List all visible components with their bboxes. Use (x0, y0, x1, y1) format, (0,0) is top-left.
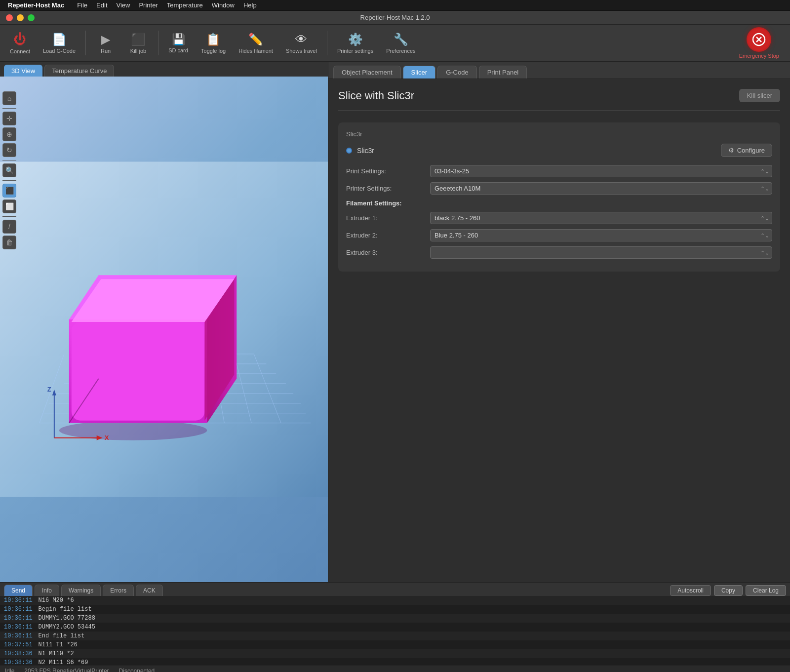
log-line: 10:36:11Begin file list (0, 605, 790, 614)
tab-gcode[interactable]: G-Code (437, 66, 477, 79)
log-text: N1 M110 *2 (39, 650, 74, 657)
log-tab-errors[interactable]: Errors (103, 585, 134, 596)
preferences-icon: 🔧 (394, 33, 408, 46)
log-text: End file list (39, 632, 85, 639)
emergency-stop-icon (747, 27, 771, 52)
tab-print-panel[interactable]: Print Panel (479, 66, 527, 79)
log-tab-ack[interactable]: ACK (136, 585, 163, 596)
preferences-button[interactable]: 🔧 Preferences (381, 31, 420, 56)
hides-filament-button[interactable]: ✏️ Hides filament (234, 31, 278, 56)
lt-sep-3 (2, 180, 16, 181)
hides-filament-icon: ✏️ (248, 33, 263, 46)
preferences-label: Preferences (386, 48, 415, 54)
load-gcode-button[interactable]: 📄 Load G-Code (38, 31, 80, 56)
svg-text:X: X (105, 434, 109, 441)
delete-button[interactable]: 🗑 (2, 236, 16, 249)
tab-temperature-curve[interactable]: Temperature Curve (44, 65, 114, 77)
tab-slicer[interactable]: Slicer (403, 66, 436, 79)
rotate-button[interactable]: ↻ (2, 143, 16, 157)
configure-button[interactable]: ⚙ Configure (721, 144, 772, 157)
maximize-button[interactable] (28, 14, 35, 21)
tab-3d-view[interactable]: 3D View (4, 65, 42, 77)
toggle-log-button[interactable]: 📋 Toggle log (196, 31, 231, 56)
view-cube-button[interactable]: ⬛ (2, 184, 16, 198)
toolbar-sep-1 (85, 31, 86, 55)
autoscroll-button[interactable]: Autoscroll (670, 585, 711, 596)
log-line: 10:38:36N2 M111 S6 *69 (0, 658, 790, 665)
menu-view[interactable]: View (113, 0, 134, 10)
shows-travel-label: Shows travel (286, 48, 317, 54)
toolbar-sep-3 (327, 31, 327, 55)
extruder1-label: Extruder 1: (346, 214, 425, 222)
emergency-stop-button[interactable]: Emergency Stop (733, 25, 785, 61)
printer-settings-button[interactable]: ⚙️ Printer settings (332, 31, 378, 56)
wireframe-button[interactable]: ⬜ (2, 199, 16, 213)
zoom-out-button[interactable]: 🔍 (2, 163, 16, 177)
log-text: N111 T1 *26 (39, 641, 78, 648)
printer-settings-row: Printer Settings: Geeetech A10M ⌃⌄ (346, 182, 772, 195)
log-line: 10:36:11DUMMY2.GCO 53445 (0, 623, 790, 632)
print-settings-label: Print Settings: (346, 167, 425, 175)
extruder3-row: Extruder 3: ⌃⌄ (346, 246, 772, 259)
tab-object-placement[interactable]: Object Placement (333, 66, 401, 79)
status-bar: Idle 2053 FPS RepetierVirtualPrinter Dis… (0, 665, 790, 672)
menu-help[interactable]: Help (239, 0, 261, 10)
view-tabs: 3D View Temperature Curve (0, 62, 328, 77)
log-tab-warnings[interactable]: Warnings (61, 585, 101, 596)
slicer-header: Slice with Slic3r Kill slicer (338, 89, 780, 111)
log-time: 10:36:11 (4, 624, 33, 631)
printer-settings-label: Printer Settings: (346, 185, 425, 192)
edit-button[interactable]: / (2, 220, 16, 234)
log-text: Begin file list (39, 606, 92, 613)
menu-file[interactable]: File (73, 0, 91, 10)
log-tab-send[interactable]: Send (4, 585, 33, 596)
log-tabs-bar: Send Info Warnings Errors ACK Autoscroll… (0, 582, 790, 596)
log-line: 10:36:11N16 M20 *6 (0, 596, 790, 605)
kill-slicer-button[interactable]: Kill slicer (739, 89, 780, 102)
extruder2-select[interactable]: Blue 2.75 - 260 (430, 229, 772, 241)
connect-button[interactable]: ⏻ Connect (5, 30, 35, 56)
minimize-button[interactable] (17, 14, 24, 21)
toggle-log-label: Toggle log (201, 48, 226, 54)
slic3r-selector: Slic3r ⚙ Configure (346, 144, 772, 157)
menu-printer[interactable]: Printer (135, 0, 161, 10)
extruder3-select[interactable] (430, 246, 772, 259)
extruder1-select[interactable]: black 2.75 - 260 (430, 212, 772, 224)
slicer-title: Slice with Slic3r (338, 89, 414, 102)
log-tab-info[interactable]: Info (35, 585, 59, 596)
menu-window[interactable]: Window (208, 0, 238, 10)
copy-button[interactable]: Copy (714, 585, 743, 596)
printer-settings-select[interactable]: Geeetech A10M (430, 182, 772, 195)
clear-log-button[interactable]: Clear Log (746, 585, 786, 596)
printer-settings-icon: ⚙️ (348, 33, 363, 46)
right-panel: Object Placement Slicer G-Code Print Pan… (328, 62, 790, 582)
main-content: 3D View Temperature Curve (0, 62, 790, 582)
window-title: Repetier-Host Mac 1.2.0 (360, 14, 430, 21)
load-gcode-icon: 📄 (52, 33, 67, 46)
print-settings-select[interactable]: 03-04-3s-25 (430, 165, 772, 177)
move-button[interactable]: ✛ (2, 112, 16, 125)
titlebar: Repetier-Host Mac 1.2.0 (0, 11, 790, 25)
extruder2-label: Extruder 2: (346, 232, 425, 239)
run-button[interactable]: ▶ Run (91, 31, 120, 56)
kill-job-label: Kill job (130, 48, 146, 54)
sd-card-button[interactable]: 💾 SD card (163, 31, 193, 55)
log-actions: Autoscroll Copy Clear Log (670, 585, 786, 596)
log-line: 10:36:11End file list (0, 632, 790, 640)
zoom-in-button[interactable]: ⊕ (2, 127, 16, 141)
run-label: Run (101, 48, 111, 54)
menu-edit[interactable]: Edit (92, 0, 111, 10)
status-connection: Disconnected (119, 668, 155, 672)
menu-temperature[interactable]: Temperature (163, 0, 207, 10)
log-time: 10:38:36 (4, 659, 33, 665)
viewport-3d: Z X ⌂ ✛ ⊕ ↻ 🔍 ⬛ ⬜ / 🗑 (0, 77, 328, 582)
shows-travel-button[interactable]: 👁 Shows travel (281, 31, 322, 56)
extruder3-label: Extruder 3: (346, 249, 425, 256)
slic3r-radio[interactable] (346, 148, 352, 154)
hides-filament-label: Hides filament (238, 48, 273, 54)
close-button[interactable] (6, 14, 13, 21)
home-button[interactable]: ⌂ (2, 91, 16, 105)
left-toolbar: ⌂ ✛ ⊕ ↻ 🔍 ⬛ ⬜ / 🗑 (2, 91, 16, 249)
app-name[interactable]: Repetier-Host Mac (4, 0, 68, 10)
kill-job-button[interactable]: ⬛ Kill job (123, 31, 153, 56)
